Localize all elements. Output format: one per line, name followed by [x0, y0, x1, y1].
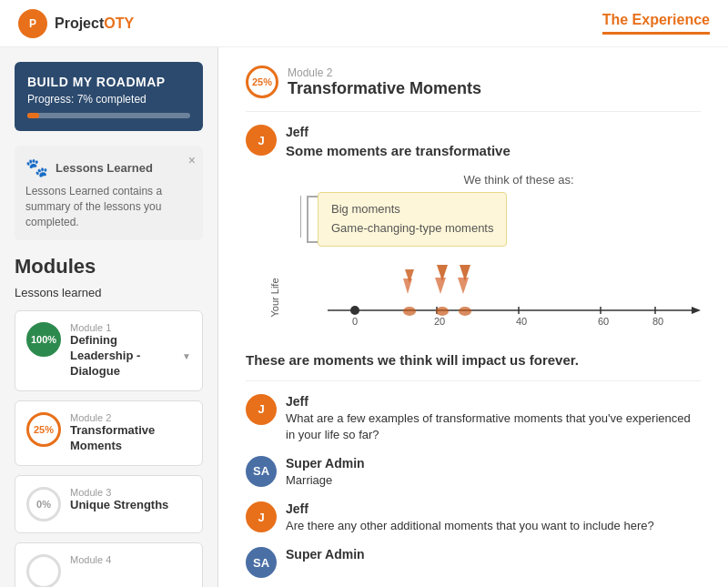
module-1-circle: 100% — [26, 322, 61, 357]
message-sa2: SA Super Admin — [246, 547, 701, 578]
divider-2 — [246, 380, 701, 381]
module-4-circle — [26, 554, 61, 587]
lessons-learned-card: 🐾 Lessons Learned × Lessons Learned cont… — [15, 146, 203, 240]
module-3-label: Module 3 — [70, 487, 191, 498]
header: P ProjectOTY The Experience — [0, 0, 728, 47]
svg-point-19 — [403, 307, 416, 316]
avatar-jeff2: J — [246, 394, 277, 425]
paw-icon: 🐾 — [25, 157, 48, 178]
roadmap-title: BUILD MY ROADMAP — [27, 75, 190, 89]
content-module-label: Module 2 — [288, 66, 481, 79]
module-3-info: Module 3 Unique Strengths — [70, 487, 191, 513]
module-2-circle: 25% — [26, 412, 61, 447]
message-sender-jeff1: Jeff — [286, 125, 701, 139]
message-jeff2: J Jeff What are a few examples of transf… — [246, 394, 701, 443]
lessons-card-title: Lessons Learned — [56, 161, 153, 175]
message-jeff1: J Jeff Some moments are transformative — [246, 125, 701, 160]
sidebar: BUILD MY ROADMAP Progress: 7% completed … — [0, 47, 218, 587]
message-sender-sa1: Super Admin — [286, 456, 701, 471]
avatar-jeff3: J — [246, 501, 277, 532]
module-card-1[interactable]: 100% Module 1 Defining Leadership - Dial… — [15, 310, 203, 391]
content-area: 25% Module 2 Transformative Moments J Je… — [218, 47, 728, 587]
svg-marker-16 — [435, 278, 446, 294]
message-sender-jeff3: Jeff — [286, 501, 701, 516]
message-content-sa2: Super Admin — [286, 547, 701, 563]
svg-text:20: 20 — [434, 316, 445, 327]
message-sa1: SA Super Admin Marriage — [246, 456, 701, 489]
svg-point-21 — [459, 307, 471, 316]
we-think-label: We think of these as: — [337, 173, 701, 187]
avatar-sa2: SA — [246, 547, 277, 578]
message-text-sa1: Marriage — [286, 472, 701, 489]
message-content-jeff1: Jeff Some moments are transformative — [286, 125, 701, 160]
message-text-jeff3: Are there any other additional moments t… — [286, 518, 701, 534]
module-4-info: Module 4 — [70, 554, 191, 565]
module-card-2[interactable]: 25% Module 2 Transformative Moments — [15, 400, 203, 466]
logo-icon: P — [18, 9, 47, 38]
modules-title: Modules — [15, 255, 203, 278]
svg-marker-14 — [403, 278, 412, 294]
logo: P ProjectOTY — [18, 9, 134, 38]
message-sender-jeff2: Jeff — [286, 394, 701, 409]
module-3-name: Unique Strengths — [70, 498, 191, 513]
roadmap-progress-text: Progress: 7% completed — [27, 93, 190, 106]
roadmap-progress-bar-bg — [27, 113, 190, 118]
module-4-label: Module 4 — [70, 554, 191, 565]
content-module-circle: 25% — [246, 66, 278, 98]
message-text-jeff1: Some moments are transformative — [286, 141, 701, 160]
module-card-4[interactable]: Module 4 — [15, 542, 203, 587]
lessons-close-button[interactable]: × — [188, 153, 196, 167]
content-module-name: Transformative Moments — [288, 79, 481, 98]
message-sender-sa2: Super Admin — [286, 547, 701, 562]
lessons-learned-link[interactable]: Lessons learned — [15, 286, 203, 299]
message-text-jeff2: What are a few examples of transformativ… — [286, 410, 701, 443]
logo-text: ProjectOTY — [55, 15, 134, 32]
y-axis-label: Your Life — [269, 278, 280, 317]
module-1-label: Module 1 — [70, 322, 191, 333]
avatar-sa1: SA — [246, 456, 277, 487]
moments-box: Big moments Game-changing-type moments — [318, 192, 507, 247]
message-content-sa1: Super Admin Marriage — [286, 456, 701, 489]
svg-text:40: 40 — [516, 316, 527, 327]
svg-text:80: 80 — [652, 316, 663, 327]
svg-point-12 — [350, 306, 359, 315]
module-2-name: Transformative Moments — [70, 423, 191, 454]
avatar-jeff1: J — [246, 125, 277, 156]
svg-marker-18 — [458, 278, 469, 294]
module-card-3[interactable]: 0% Module 3 Unique Strengths — [15, 475, 203, 533]
svg-text:60: 60 — [598, 316, 609, 327]
chevron-down-icon: ▼ — [182, 350, 191, 362]
svg-point-20 — [436, 307, 449, 316]
module-3-circle: 0% — [26, 487, 61, 521]
message-content-jeff2: Jeff What are a few examples of transfor… — [286, 394, 701, 443]
diagram-section: We think of these as: Big moments Game-c… — [300, 173, 701, 338]
divider-1 — [246, 111, 701, 112]
module-1-info: Module 1 Defining Leadership - Dialogue … — [70, 322, 191, 380]
nav-experience-link[interactable]: The Experience — [602, 12, 710, 35]
svg-text:0: 0 — [352, 316, 358, 327]
content-module-header: 25% Module 2 Transformative Moments — [246, 66, 701, 98]
message-content-jeff3: Jeff Are there any other additional mome… — [286, 501, 701, 534]
module-2-info: Module 2 Transformative Moments — [70, 412, 191, 454]
message-jeff3: J Jeff Are there any other additional mo… — [246, 501, 701, 534]
impact-text: These are moments we think will impact u… — [246, 352, 701, 368]
timeline-chart: 0 20 40 60 80 — [300, 256, 710, 338]
svg-marker-1 — [692, 307, 701, 314]
module-1-name: Defining Leadership - Dialogue ▼ — [70, 333, 191, 380]
roadmap-progress-bar-fill — [27, 113, 39, 118]
lessons-card-text: Lessons Learned contains a summary of th… — [25, 184, 192, 229]
module-2-label: Module 2 — [70, 412, 191, 423]
roadmap-card[interactable]: BUILD MY ROADMAP Progress: 7% completed — [15, 62, 203, 131]
